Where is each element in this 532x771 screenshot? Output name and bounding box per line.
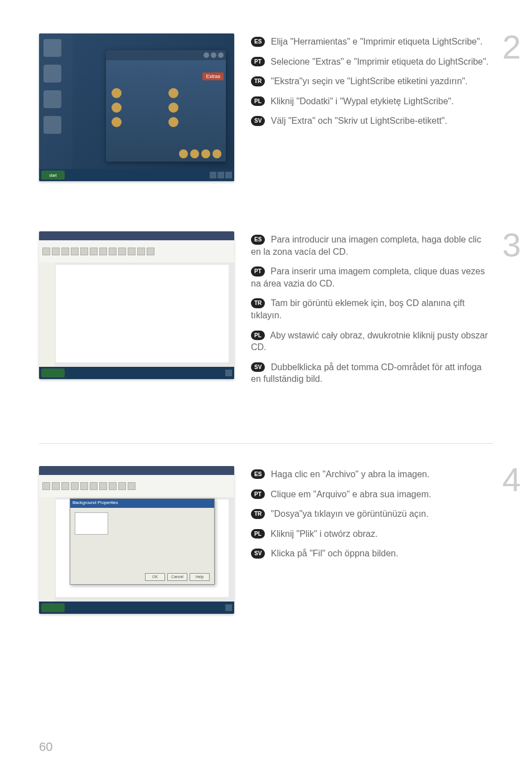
dialog-preview	[75, 512, 108, 535]
toolbar-button	[118, 248, 126, 255]
taskbar	[39, 367, 234, 379]
menu-item	[112, 88, 164, 98]
icon-grid	[106, 60, 226, 133]
tray-icon	[225, 604, 232, 611]
menu-icon	[112, 117, 122, 127]
instruction-text: Para introducir una imagen completa, hag…	[251, 235, 481, 256]
step-number-4: 4	[502, 460, 521, 499]
desktop-icon	[43, 39, 61, 57]
instruction-text: Kliknij "Dodatki" i "Wypal etykietę Ligh…	[270, 96, 453, 106]
tray-icon	[225, 370, 232, 376]
system-tray	[225, 370, 232, 376]
window-button	[204, 52, 209, 58]
ok-button: OK	[145, 573, 165, 581]
step-2-image: Extras	[39, 33, 234, 181]
toolbar-button	[118, 482, 126, 490]
toolbar-button	[80, 482, 88, 490]
lang-badge-pt: PT	[251, 57, 265, 67]
editor-canvas	[56, 265, 229, 362]
app-window: Extras	[106, 50, 226, 162]
bottom-icons	[179, 149, 221, 158]
menu-icon	[168, 103, 178, 113]
dialog: Background Properties OK Cancel Help	[70, 498, 215, 585]
taskbar	[39, 602, 234, 614]
taskbar: start	[39, 169, 234, 181]
menubar	[39, 466, 234, 475]
instruction-pt: PT Para inserir uma imagem completa, cli…	[251, 265, 493, 289]
tray-icon	[225, 172, 232, 178]
toolbar-button	[128, 482, 136, 490]
instruction-sv: SV Välj "Extra" och "Skriv ut LightScrib…	[251, 115, 493, 127]
instruction-text: Aby wstawić cały obraz, dwukrotnie klikn…	[251, 331, 488, 352]
step-number-3: 3	[502, 226, 521, 264]
instruction-text: Klicka på "Fil" och öppna bilden.	[271, 549, 398, 558]
menu-icon	[168, 117, 178, 127]
instruction-sv: SV Dubbelklicka på det tomma CD-området …	[251, 361, 493, 385]
dialog-body	[70, 508, 214, 542]
instruction-text: Selecione "Extras" e "Imprimir etiqueta …	[270, 57, 489, 66]
menu-icon	[168, 88, 178, 98]
lang-badge-pt: PT	[251, 266, 265, 277]
screenshot-desktop: Extras	[39, 33, 234, 181]
toolbar-button	[42, 248, 50, 255]
menu-item	[112, 103, 164, 113]
menu-item	[112, 117, 164, 127]
instruction-text: Dubbelklicka på det tomma CD-området för…	[251, 362, 482, 384]
instruction-text: "Ekstra"yı seçin ve "LightScribe etiketi…	[271, 76, 468, 86]
step-2-text: ES Elija "Herramientas" e "Imprimir etiq…	[251, 33, 493, 181]
toolbar-button	[90, 482, 98, 490]
toolbar	[39, 475, 234, 497]
step-2: Extras	[39, 33, 493, 181]
instruction-pl: PL Kliknij "Plik" i otwórz obraz.	[251, 528, 493, 540]
instruction-tr: TR "Ekstra"yı seçin ve "LightScribe etik…	[251, 75, 493, 88]
cancel-button: Cancel	[167, 573, 187, 581]
instruction-pl: PL Aby wstawić cały obraz, dwukrotnie kl…	[251, 329, 493, 353]
instruction-text: Välj "Extra" och "Skriv ut LightScribe-e…	[271, 116, 447, 125]
editor-sidebar	[39, 263, 55, 367]
page-number: 60	[39, 740, 52, 754]
instruction-es: ES Elija "Herramientas" e "Imprimir etiq…	[251, 36, 493, 48]
instruction-text: Elija "Herramientas" e "Imprimir etiquet…	[271, 37, 482, 46]
toolbar-button	[90, 248, 98, 255]
menu-icon	[112, 103, 122, 113]
instruction-text: "Dosya"ya tıklayın ve görüntünüzü açın.	[271, 509, 429, 518]
toolbar-button	[42, 482, 50, 490]
extras-badge: Extras	[202, 72, 224, 80]
step-3: ES Para introducir una imagen completa, …	[39, 231, 493, 393]
toolbar-button	[61, 482, 69, 490]
toolbar-button	[61, 248, 69, 255]
step-4-image: Background Properties OK Cancel Help	[39, 466, 234, 614]
menu-icon	[112, 88, 122, 98]
tray-icon	[210, 172, 216, 178]
screenshot-editor-dialog: Background Properties OK Cancel Help	[39, 466, 234, 614]
instruction-text: Para inserir uma imagem completa, clique…	[251, 266, 485, 288]
lang-badge-sv: SV	[251, 362, 265, 372]
page: Extras	[0, 0, 532, 686]
editor-sidebar	[39, 497, 55, 602]
menu-item	[168, 103, 221, 113]
dialog-buttons: OK Cancel Help	[145, 573, 210, 581]
separator	[39, 443, 493, 444]
instruction-tr: TR "Dosya"ya tıklayın ve görüntünüzü açı…	[251, 508, 493, 520]
titlebar	[106, 50, 226, 60]
action-icon	[201, 149, 210, 158]
action-icon	[190, 149, 199, 158]
lang-badge-pl: PL	[251, 331, 265, 341]
instruction-es: ES Para introducir una imagen completa, …	[251, 234, 493, 258]
instruction-text: Haga clic en "Archivo" y abra la imagen.	[271, 469, 429, 479]
instruction-pl: PL Kliknij "Dodatki" i "Wypal etykietę L…	[251, 95, 493, 108]
step-number-2: 2	[502, 28, 521, 66]
lang-badge-es: ES	[251, 235, 265, 245]
step-4: Background Properties OK Cancel Help	[39, 466, 493, 614]
action-icon	[179, 149, 188, 158]
toolbar-button	[52, 248, 60, 255]
step-4-text: ES Haga clic en "Archivo" y abra la imag…	[251, 466, 493, 614]
lang-badge-es: ES	[251, 469, 265, 479]
toolbar-button	[52, 482, 60, 490]
step-3-text: ES Para introducir una imagen completa, …	[251, 231, 493, 393]
toolbar-button	[147, 248, 154, 255]
toolbar-button	[71, 248, 79, 255]
lang-badge-tr: TR	[251, 298, 265, 308]
instruction-tr: TR Tam bir görüntü eklemek için, boş CD …	[251, 297, 493, 321]
start-button: start	[41, 171, 65, 180]
